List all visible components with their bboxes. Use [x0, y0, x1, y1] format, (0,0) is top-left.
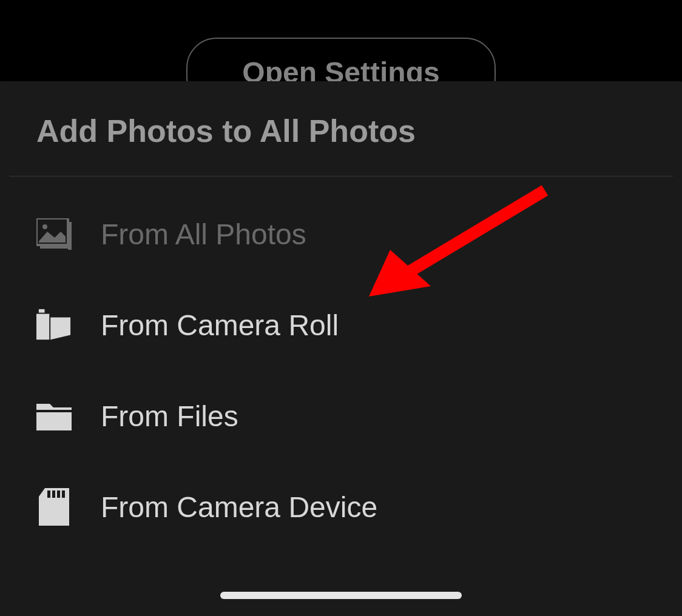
modal-title: Add Photos to All Photos	[0, 81, 682, 176]
svg-rect-10	[62, 490, 65, 498]
add-photos-modal: Add Photos to All Photos From All Photos	[0, 81, 682, 616]
option-from-camera-device[interactable]: From Camera Device	[36, 461, 646, 552]
option-from-camera-roll[interactable]: From Camera Roll	[36, 280, 646, 370]
option-label: From Camera Device	[101, 490, 377, 524]
folder-icon	[36, 398, 72, 434]
option-from-files[interactable]: From Files	[36, 370, 646, 461]
background-layer: Open Settings	[0, 0, 682, 81]
camera-roll-icon	[36, 307, 72, 343]
photos-icon	[36, 216, 72, 252]
option-label: From Files	[101, 400, 238, 433]
svg-point-1	[42, 224, 47, 229]
svg-rect-5	[36, 314, 49, 340]
svg-rect-4	[39, 309, 45, 313]
option-label: From All Photos	[101, 218, 306, 251]
sd-card-icon	[36, 489, 72, 524]
options-list: From All Photos From Camera Roll From Fi…	[0, 176, 682, 552]
option-from-all-photos: From All Photos	[36, 189, 646, 280]
svg-rect-9	[57, 490, 60, 498]
svg-rect-7	[47, 490, 50, 498]
home-indicator[interactable]	[220, 592, 462, 599]
svg-rect-8	[52, 490, 55, 498]
svg-rect-3	[40, 245, 72, 249]
svg-rect-6	[36, 412, 72, 430]
option-label: From Camera Roll	[101, 309, 339, 342]
